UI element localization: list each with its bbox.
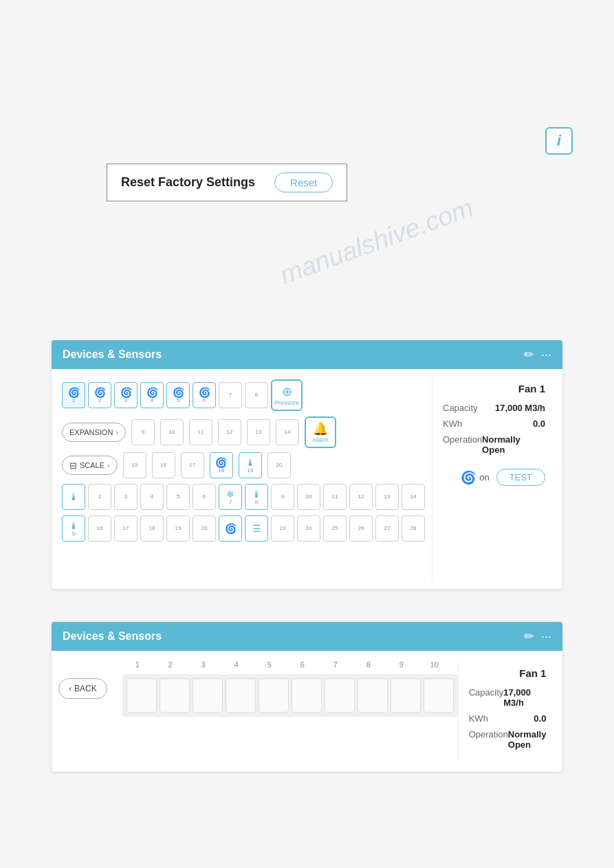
device-cell-c8[interactable]: ☰ (245, 515, 268, 542)
device-cell-c10[interactable]: 24 (297, 515, 320, 542)
device-cell-14[interactable]: 14 (276, 419, 299, 445)
panel-devices-sensors-2: Devices & Sensors ✏ ··· ‹ BACK 1 2 3 4 5 (52, 622, 562, 772)
kwh-value: 0.0 (533, 419, 545, 429)
on-label: on (479, 472, 489, 482)
exp-cell-5[interactable] (259, 678, 289, 713)
device-cell-b12[interactable]: 12 (349, 484, 373, 510)
device-cell-b7[interactable]: ❄7 (219, 484, 242, 510)
on-indicator: 🌀 on (461, 470, 489, 485)
device-cell-10[interactable]: 10 (160, 419, 184, 445)
device-cell-fan-3[interactable]: 🌀 3 (114, 382, 138, 408)
alarm-cell[interactable]: 🔔 Alarm (305, 416, 336, 448)
fan-icon-5: 🌀 (173, 387, 184, 398)
device-cell-c3[interactable]: 17 (114, 515, 138, 542)
fan-icon-1: 🌀 (68, 387, 80, 398)
device-cell-b13[interactable]: 13 (375, 484, 399, 510)
c8-icon: ☰ (252, 523, 261, 534)
fan-title-2: Fan 1 (469, 667, 547, 679)
device-cell-b11[interactable]: 11 (323, 484, 347, 510)
exp-cell-2[interactable] (160, 678, 190, 713)
device-cell-c5[interactable]: 19 (166, 515, 190, 542)
exp-header-6: 6 (287, 660, 318, 669)
device-cell-fan-5[interactable]: 🌀 5 (166, 382, 190, 408)
panel-body-2: ‹ BACK 1 2 3 4 5 6 7 8 9 10 (52, 651, 562, 772)
back-button[interactable]: ‹ BACK (58, 678, 107, 699)
capacity-value-2: 17,000 M3/h (503, 687, 546, 708)
edit-icon-2[interactable]: ✏ (524, 629, 534, 644)
fan-operation-row: Operation Normally Open (443, 434, 545, 455)
device-cell-b2[interactable]: 2 (88, 484, 111, 510)
device-cell-fan-1[interactable]: 🌀 1 (62, 382, 85, 408)
capacity-label-2: Capacity (469, 687, 504, 708)
device-cell-19[interactable]: 🌡19 (239, 452, 262, 478)
exp-header-3: 3 (188, 660, 219, 669)
device-cell-b8[interactable]: 🌡8 (245, 484, 268, 510)
device-cell-fan-6[interactable]: 🌀 6 (193, 382, 216, 408)
scale-icon: ⊟ (69, 460, 77, 471)
device-cell-c9[interactable]: 23 (271, 515, 294, 542)
scale-button[interactable]: ⊟ SCALE › (62, 456, 118, 475)
panel-devices-sensors-1: Devices & Sensors ✏ ··· 🌀 1 🌀 2 (52, 340, 562, 589)
capacity-value: 17,000 M3/h (495, 403, 545, 413)
exp-cell-7[interactable] (325, 678, 355, 713)
expansion-row: EXPANSION › 9 10 11 12 13 14 🔔 Alarm (62, 416, 428, 448)
test-button[interactable]: TEST (496, 469, 545, 486)
device-cell-16[interactable]: 16 (152, 452, 175, 478)
device-cell-c11[interactable]: 25 (323, 515, 347, 542)
exp-cell-4[interactable] (226, 678, 256, 713)
device-cell-11[interactable]: 11 (189, 419, 212, 445)
expansion-headers: 1 2 3 4 5 6 7 8 9 10 (122, 660, 458, 671)
device-cell-c4[interactable]: 18 (140, 515, 164, 542)
panel-body-1: 🌀 1 🌀 2 🌀 3 🌀 4 (52, 369, 562, 589)
device-cell-20[interactable]: 20 (267, 452, 291, 478)
device-cell-15[interactable]: 15 (123, 452, 146, 478)
pressure-cell[interactable]: ⊕ Pressure (271, 379, 303, 411)
reset-button[interactable]: Reset (274, 173, 333, 192)
device-cell-13[interactable]: 13 (247, 419, 270, 445)
device-cell-b6[interactable]: 6 (193, 484, 216, 510)
device-cell-c7[interactable]: 🌀 (219, 515, 242, 542)
device-cell-c6[interactable]: 20 (193, 515, 216, 542)
expansion-button[interactable]: EXPANSION › (62, 423, 126, 442)
device-cell-9[interactable]: 9 (131, 419, 155, 445)
fan-kwh-row-2: KWh 0.0 (469, 713, 547, 724)
device-cell-b9[interactable]: 9 (271, 484, 294, 510)
device-cell-fan-7[interactable]: 7 (219, 382, 242, 408)
panel-title-2: Devices & Sensors (63, 630, 162, 643)
device-cell-b5[interactable]: 5 (166, 484, 190, 510)
back-label: BACK (74, 684, 97, 693)
info-icon[interactable]: i (545, 127, 573, 155)
device-cell-fan-8[interactable]: 8 (245, 382, 268, 408)
exp-cell-1[interactable] (127, 678, 157, 713)
device-cell-12[interactable]: 12 (218, 419, 241, 445)
exp-header-7: 7 (320, 660, 351, 669)
device-cell-b10[interactable]: 10 (297, 484, 320, 510)
expansion-arrow: › (116, 428, 118, 436)
device-cell-c2[interactable]: 16 (88, 515, 111, 542)
kwh-value-2: 0.0 (534, 713, 546, 724)
edit-icon-1[interactable]: ✏ (524, 347, 534, 362)
kwh-label: KWh (443, 419, 462, 429)
more-icon-2[interactable]: ··· (541, 630, 551, 644)
device-cell-c13[interactable]: 27 (375, 515, 399, 542)
exp-cell-8[interactable] (358, 678, 388, 713)
device-cell-fan-2[interactable]: 🌀 2 (88, 382, 111, 408)
exp-cell-10[interactable] (424, 678, 454, 713)
device-cell-b1[interactable]: 🌡 (62, 484, 85, 510)
info-icon-symbol: i (557, 132, 561, 150)
exp-cell-9[interactable] (391, 678, 421, 713)
device-cell-c1[interactable]: 🌡⊙ (62, 515, 85, 542)
device-cell-fan-4[interactable]: 🌀 4 (140, 382, 164, 408)
device-cell-c12[interactable]: 26 (349, 515, 373, 542)
device-cell-c14[interactable]: 28 (402, 515, 425, 542)
device-cell-17[interactable]: 17 (181, 452, 204, 478)
fan-bottom-1: 🌀 on TEST (443, 469, 545, 486)
device-cell-b4[interactable]: 4 (140, 484, 164, 510)
exp-cell-3[interactable] (193, 678, 223, 713)
exp-cell-6[interactable] (292, 678, 322, 713)
device-cell-b3[interactable]: 3 (114, 484, 138, 510)
scale-row: ⊟ SCALE › 15 16 17 🌀18 🌡19 20 (62, 452, 428, 478)
device-cell-b14[interactable]: 14 (402, 484, 425, 510)
device-cell-18[interactable]: 🌀18 (210, 452, 233, 478)
more-icon-1[interactable]: ··· (541, 348, 551, 362)
